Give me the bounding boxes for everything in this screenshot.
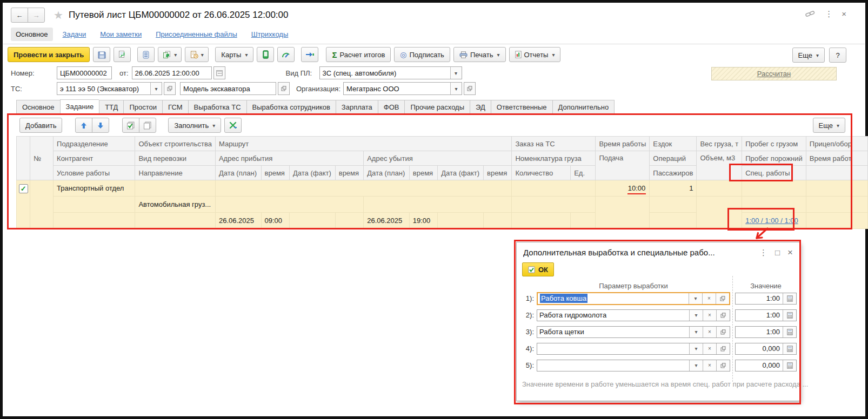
param-3-field[interactable]: Работа щетки ▾ ×	[537, 326, 730, 338]
tab-otvetstvennye[interactable]: Ответственные	[491, 100, 552, 114]
tab-zarplata[interactable]: Зарплата	[336, 100, 378, 114]
move-up-button[interactable]	[75, 118, 92, 133]
kind-combo[interactable]: 3С (спец. автомобиля)▾	[319, 66, 462, 79]
tab-zadanie[interactable]: Задание	[60, 99, 99, 114]
value-1-field[interactable]: 1:00	[735, 293, 797, 305]
grid-more-label: Еще	[819, 121, 833, 130]
clear-icon[interactable]: ×	[702, 293, 716, 304]
open-icon[interactable]	[716, 310, 730, 321]
dropdown-icon[interactable]: ▾	[150, 83, 162, 94]
uncheck-all-button[interactable]	[139, 118, 156, 133]
clear-icon[interactable]: ×	[703, 343, 716, 354]
dropdown-icon[interactable]: ▾	[689, 293, 702, 304]
mobile-app-button[interactable]	[257, 47, 274, 62]
param-2-field[interactable]: Работа гидромолота ▾ ×	[537, 309, 730, 321]
calculator-icon[interactable]	[783, 360, 796, 371]
param-4-field[interactable]: ▾ ×	[537, 343, 730, 355]
dialog-maximize-icon[interactable]: □	[775, 248, 780, 256]
structure-button[interactable]	[137, 47, 155, 62]
forward-button[interactable]: →	[28, 8, 45, 23]
date-field[interactable]: 26.06.2025 12:00:00	[132, 66, 212, 79]
calculator-icon[interactable]	[783, 310, 796, 321]
maps-button[interactable]: Карты▾	[215, 47, 253, 62]
tab-ttd[interactable]: ТТД	[99, 100, 123, 114]
tab-dopolnitelno[interactable]: Дополнительно	[552, 100, 615, 114]
model-field[interactable]: Модель экскаватора	[180, 82, 276, 95]
create-based-on-button[interactable]: ▾	[158, 47, 182, 62]
tachograph-button[interactable]	[277, 47, 295, 62]
calculator-icon[interactable]	[783, 343, 796, 354]
add-row-button[interactable]: Добавить	[19, 118, 62, 133]
vehicle-open-button[interactable]	[164, 82, 176, 95]
param-1-field[interactable]: Работа ковша ▾ ×	[537, 292, 730, 305]
tab-osnovnoe[interactable]: Основное	[16, 100, 60, 114]
status-link[interactable]: Рассчитан	[757, 70, 791, 78]
calc-totals-button[interactable]: ΣРасчет итогов	[326, 47, 391, 62]
post-document-button[interactable]	[113, 47, 131, 62]
distribute-button[interactable]	[224, 118, 242, 133]
print-button[interactable]: Печать▾	[453, 47, 506, 62]
tab-vyrabotka-sotr[interactable]: Выработка сотрудников	[246, 100, 336, 114]
open-icon[interactable]	[716, 343, 730, 354]
save-button[interactable]	[93, 47, 110, 62]
dropdown-icon[interactable]: ▾	[450, 67, 462, 79]
move-button[interactable]	[301, 47, 318, 62]
move-down-button[interactable]	[92, 118, 109, 133]
value-2-field[interactable]: 1:00	[735, 309, 797, 321]
dropdown-icon[interactable]: ▾	[689, 310, 703, 321]
calculator-icon[interactable]	[783, 293, 796, 304]
help-button[interactable]: ?	[829, 48, 846, 63]
param-5-field[interactable]: ▾ ×	[537, 360, 730, 371]
row-checkbox[interactable]: ✓	[19, 184, 28, 193]
dialog-more-vert-icon[interactable]: ⋮	[759, 248, 767, 256]
post-and-close-button[interactable]: Провести и закрыть	[8, 47, 90, 62]
favorite-star-icon[interactable]: ★	[54, 9, 63, 22]
toolbar-more-button[interactable]: Еще▾	[792, 48, 825, 63]
clear-icon[interactable]: ×	[703, 310, 716, 321]
value-3-field[interactable]: 1:00	[735, 326, 797, 338]
org-combo[interactable]: Мегатранс ООО▾	[343, 82, 462, 95]
nav-tasks[interactable]: Задачи	[63, 30, 86, 38]
tab-vyrabotka-ts[interactable]: Выработка ТС	[188, 100, 246, 114]
grid-more-button[interactable]: Еще▾	[813, 118, 845, 133]
model-open-button[interactable]	[278, 82, 290, 95]
value-5-field[interactable]: 0,000	[735, 360, 797, 371]
copy-link-icon[interactable]	[805, 10, 815, 18]
dialog-ok-button[interactable]: ОК	[522, 262, 554, 276]
tab-gsm[interactable]: ГСМ	[162, 100, 188, 114]
clear-icon[interactable]: ×	[703, 327, 716, 337]
back-button[interactable]: ←	[11, 8, 28, 23]
reports-button[interactable]: Отчеты▾	[509, 47, 561, 62]
calendar-button[interactable]	[213, 66, 225, 79]
dialog-close-icon[interactable]: ×	[787, 248, 793, 257]
fill-button[interactable]: Заполнить▾	[168, 118, 221, 133]
dropdown-icon[interactable]: ▾	[689, 343, 703, 354]
tab-fov[interactable]: ФОВ	[378, 100, 405, 114]
dropdown-icon[interactable]: ▾	[450, 83, 462, 94]
tab-prochie-rashody[interactable]: Прочие расходы	[404, 100, 470, 114]
dropdown-icon[interactable]: ▾	[689, 360, 703, 371]
tab-prostoi[interactable]: Простои	[123, 100, 162, 114]
open-icon[interactable]	[716, 293, 729, 304]
nav-attached-files[interactable]: Присоединенные файлы	[156, 30, 237, 38]
vehicle-combo[interactable]: э 111 ээ 50 (Экскаватор)▾	[57, 82, 162, 95]
nav-barcodes[interactable]: Штрихкоды	[251, 30, 289, 38]
nav-notes[interactable]: Мои заметки	[100, 30, 142, 38]
value-4-field[interactable]: 0,000	[735, 343, 797, 355]
calculator-icon[interactable]	[783, 327, 796, 337]
open-icon[interactable]	[716, 360, 730, 371]
nav-main[interactable]: Основное	[11, 28, 53, 41]
open-icon[interactable]	[716, 327, 730, 337]
more-vert-icon[interactable]: ⋮	[825, 10, 833, 18]
sign-button[interactable]: ◎Подписать	[394, 47, 450, 62]
check-all-button[interactable]	[122, 118, 139, 133]
number-field[interactable]: ЦБМ00000002	[57, 66, 112, 79]
org-open-button[interactable]	[464, 82, 476, 95]
dialog-column-headers: Параметр выработки Значение	[517, 282, 799, 290]
spec-works-link[interactable]: 1:00 / 1:00 / 1:00	[745, 217, 798, 225]
close-window-icon[interactable]: ×	[842, 10, 846, 18]
dropdown-icon[interactable]: ▾	[689, 327, 703, 337]
tab-ed[interactable]: ЭД	[470, 100, 491, 114]
document-history-button[interactable]: ▾	[185, 47, 209, 62]
clear-icon[interactable]: ×	[703, 360, 716, 371]
